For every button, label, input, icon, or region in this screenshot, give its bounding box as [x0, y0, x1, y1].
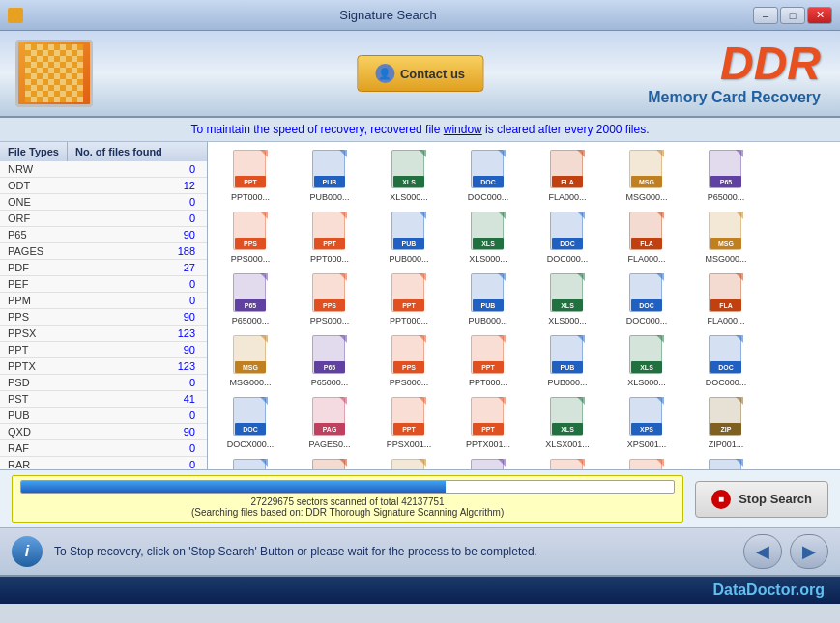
file-type-row[interactable]: ODT12 [0, 178, 207, 194]
info-link[interactable]: window [444, 123, 482, 136]
file-icon-fold [260, 459, 268, 467]
minimize-button[interactable]: – [753, 7, 778, 24]
file-item[interactable]: PPS PPS000... [212, 208, 289, 268]
file-type-row[interactable]: ONE0 [0, 194, 207, 211]
file-item[interactable]: PPT PPT000... [212, 146, 289, 206]
file-icon-type: DOC [235, 423, 266, 435]
file-item[interactable]: XLS XLSX001... [529, 393, 606, 453]
file-item[interactable]: PUB PUB000... [370, 208, 448, 268]
contact-button[interactable]: 👤 Contact us [357, 55, 483, 92]
file-item[interactable]: MSG MSG000... [608, 146, 685, 206]
file-icon-type: ZIP [710, 423, 741, 435]
file-type-row[interactable]: PSD0 [0, 375, 207, 391]
file-type-row[interactable]: PEF0 [0, 276, 207, 293]
file-type-row[interactable]: PUB0 [0, 408, 207, 424]
file-item[interactable]: PPS PPS000... [291, 269, 368, 329]
file-type-name: PEF [0, 276, 120, 293]
next-button[interactable]: ▶ [790, 534, 828, 569]
file-item[interactable]: PPT PPT000... [449, 331, 527, 391]
file-item[interactable]: PUB PUB000... [449, 269, 527, 329]
file-item[interactable]: MSG MSG000... [212, 331, 289, 391]
file-item[interactable]: DOC DOC000... [212, 455, 289, 469]
file-icon: XLS [471, 212, 506, 252]
file-type-name: RAF [0, 440, 120, 457]
file-item[interactable]: XPS XPS001... [608, 393, 685, 453]
file-type-row[interactable]: PPS90 [0, 309, 207, 326]
file-item[interactable]: FLA FLA000... [687, 269, 765, 329]
file-item[interactable]: ZIP ZIP001... [687, 393, 765, 453]
file-item[interactable]: PAG PAGES0... [291, 393, 368, 453]
file-item[interactable]: PUB PUB000... [291, 146, 368, 206]
prev-button[interactable]: ◀ [743, 534, 782, 569]
file-item[interactable]: FLA FLA000... [608, 208, 685, 268]
file-label: XLS000... [469, 254, 507, 264]
file-type-row[interactable]: ORF0 [0, 211, 207, 227]
file-type-name: QXD [0, 424, 120, 440]
file-type-row[interactable]: PPM0 [0, 293, 207, 309]
close-button[interactable]: ✕ [807, 7, 832, 24]
file-item[interactable]: XLS XLS000... [529, 269, 606, 329]
file-icon: DOC [629, 273, 664, 314]
files-grid-panel[interactable]: PPT PPT000... PUB PUB000... XLS XLS000..… [208, 142, 840, 469]
file-type-row[interactable]: PPT90 [0, 342, 207, 358]
file-type-row[interactable]: PAGES188 [0, 243, 207, 260]
stop-search-button[interactable]: Stop Search [695, 481, 828, 518]
file-item[interactable]: PUB PUB000... [529, 331, 606, 391]
file-item[interactable]: PPS PPS000... [529, 455, 606, 469]
file-item[interactable]: FLA FLA000... [291, 455, 368, 469]
file-type-name: PSD [0, 375, 120, 391]
file-icon-type: DOC [710, 361, 741, 373]
file-type-row[interactable]: PST41 [0, 391, 207, 408]
file-item[interactable]: P65 P65000... [687, 146, 765, 206]
file-icon-type: PUB [314, 176, 345, 187]
file-type-row[interactable]: NRW0 [0, 161, 207, 178]
file-type-row[interactable]: RAF0 [0, 440, 207, 457]
file-item[interactable]: DOC DOC000... [687, 331, 765, 391]
file-item[interactable]: P65 P65000... [291, 331, 368, 391]
file-type-name: ODT [0, 178, 120, 194]
file-item[interactable]: XLS XLS000... [370, 146, 448, 206]
file-item[interactable]: DOC DOCX000... [212, 393, 289, 453]
file-type-count: 0 [120, 276, 207, 293]
file-type-row[interactable]: P6590 [0, 227, 207, 243]
file-item[interactable]: P65 P65000... [212, 269, 289, 329]
file-icon-fold [577, 397, 585, 405]
file-item[interactable]: PPT PPTX001... [449, 393, 527, 453]
stop-label: Stop Search [739, 492, 812, 506]
progress-area: 27229675 sectors scanned of total 421377… [0, 470, 840, 528]
file-item[interactable]: MSG MSG000... [687, 208, 765, 268]
file-icon-fold [339, 459, 347, 467]
file-icon-type: PUB [473, 299, 504, 311]
file-item[interactable]: PPT PPT000... [608, 455, 685, 469]
file-icon: MSG [629, 150, 664, 190]
file-item[interactable]: PPT PPT000... [291, 208, 368, 268]
file-type-row[interactable]: PPSX123 [0, 326, 207, 342]
file-item[interactable]: MSG MSG000... [370, 455, 448, 469]
file-type-row[interactable]: QXD90 [0, 424, 207, 440]
file-type-row[interactable]: RAR0 [0, 457, 207, 470]
file-icon: P65 [312, 335, 347, 376]
titlebar-left [8, 8, 23, 23]
maximize-button[interactable]: □ [780, 7, 805, 24]
file-item[interactable]: P65 P65000... [449, 455, 527, 469]
file-icon: DOC [233, 397, 268, 438]
info-bar: To maintain the speed of recovery, recov… [0, 118, 840, 142]
file-label: XLS000... [627, 378, 666, 387]
file-type-row[interactable]: PDF27 [0, 260, 207, 276]
file-item[interactable]: PPT PPSX001... [370, 393, 448, 453]
file-type-row[interactable]: PPTX123 [0, 358, 207, 375]
file-icon: PPT [391, 397, 426, 438]
file-types-table: NRW0ODT12ONE0ORF0P6590PAGES188PDF27PEF0P… [0, 161, 207, 469]
file-item[interactable]: DOC DOC000... [449, 146, 527, 206]
file-item[interactable]: DOC DOC000... [608, 269, 685, 329]
file-icon-fold [498, 273, 506, 281]
file-types-table-wrap[interactable]: NRW0ODT12ONE0ORF0P6590PAGES188PDF27PEF0P… [0, 161, 207, 469]
file-icon: PUB [391, 212, 426, 252]
file-item[interactable]: PPS PPS000... [370, 331, 448, 391]
file-item[interactable]: PPT PPT000... [370, 269, 448, 329]
file-item[interactable]: FLA FLA000... [529, 146, 606, 206]
file-item[interactable]: XLS XLS000... [449, 208, 527, 268]
file-item[interactable]: DOC DOC000... [529, 208, 606, 268]
file-item[interactable]: PUB PUB000... [687, 455, 765, 469]
file-item[interactable]: XLS XLS000... [608, 331, 685, 391]
